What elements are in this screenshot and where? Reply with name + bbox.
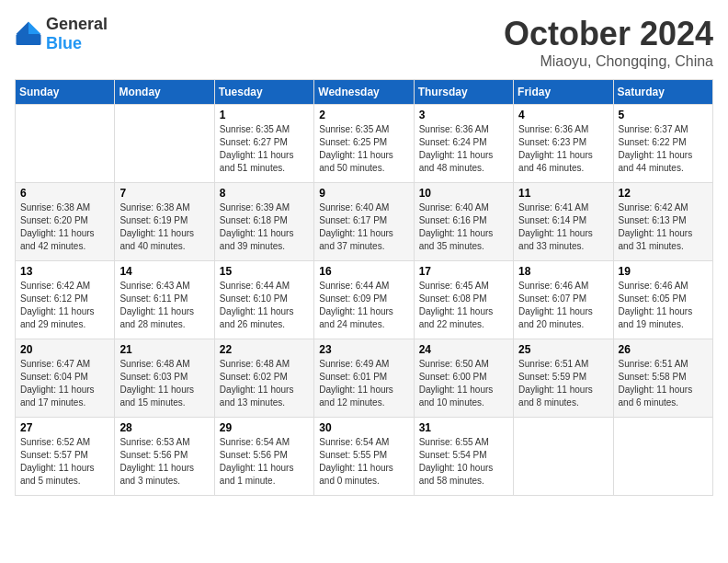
day-number: 3 [419, 109, 508, 121]
day-number: 26 [619, 343, 708, 356]
calendar-cell: 19 Sunrise: 6:46 AMSunset: 6:05 PMDaylig… [613, 261, 712, 339]
logo-text: General Blue [46, 15, 108, 53]
day-number: 27 [20, 421, 109, 434]
day-info: Sunrise: 6:49 AMSunset: 6:01 PMDaylight:… [319, 358, 408, 409]
day-number: 2 [319, 109, 408, 121]
day-info: Sunrise: 6:54 AMSunset: 5:56 PMDaylight:… [220, 436, 309, 488]
day-number: 10 [419, 187, 508, 200]
day-number: 30 [319, 421, 408, 434]
day-number: 18 [518, 265, 608, 278]
calendar-week-row: 1 Sunrise: 6:35 AMSunset: 6:27 PMDayligh… [16, 105, 713, 183]
calendar-day-header: Saturday [613, 80, 712, 105]
calendar-cell [115, 105, 214, 183]
calendar-cell: 16 Sunrise: 6:44 AMSunset: 6:09 PMDaylig… [314, 261, 414, 339]
calendar-cell: 7 Sunrise: 6:38 AMSunset: 6:19 PMDayligh… [115, 183, 214, 261]
calendar-cell: 29 Sunrise: 6:54 AMSunset: 5:56 PMDaylig… [214, 418, 313, 496]
calendar-cell: 24 Sunrise: 6:50 AMSunset: 6:00 PMDaylig… [414, 339, 513, 418]
day-number: 28 [119, 421, 209, 434]
calendar-day-header: Sunday [16, 80, 115, 105]
day-info: Sunrise: 6:48 AMSunset: 6:02 PMDaylight:… [220, 358, 309, 409]
calendar-cell: 14 Sunrise: 6:43 AMSunset: 6:11 PMDaylig… [115, 261, 214, 339]
day-info: Sunrise: 6:38 AMSunset: 6:20 PMDaylight:… [20, 201, 109, 253]
day-number: 31 [419, 421, 508, 434]
calendar-week-row: 20 Sunrise: 6:47 AMSunset: 6:04 PMDaylig… [16, 339, 713, 418]
calendar-cell [613, 418, 712, 496]
day-info: Sunrise: 6:35 AMSunset: 6:27 PMDaylight:… [220, 123, 309, 175]
calendar-cell: 12 Sunrise: 6:42 AMSunset: 6:13 PMDaylig… [613, 183, 712, 261]
title-section: October 2024 Miaoyu, Chongqing, China [504, 15, 713, 70]
logo: General Blue [15, 15, 108, 53]
day-number: 22 [220, 343, 309, 356]
day-info: Sunrise: 6:55 AMSunset: 5:54 PMDaylight:… [419, 436, 508, 488]
calendar-cell: 15 Sunrise: 6:44 AMSunset: 6:10 PMDaylig… [214, 261, 313, 339]
page-header: General Blue October 2024 Miaoyu, Chongq… [15, 15, 713, 70]
day-info: Sunrise: 6:44 AMSunset: 6:09 PMDaylight:… [319, 280, 408, 331]
calendar-cell: 30 Sunrise: 6:54 AMSunset: 5:55 PMDaylig… [314, 418, 414, 496]
calendar-cell: 4 Sunrise: 6:36 AMSunset: 6:23 PMDayligh… [514, 105, 613, 183]
calendar-cell: 26 Sunrise: 6:51 AMSunset: 5:58 PMDaylig… [613, 339, 712, 418]
logo-blue: Blue [46, 34, 82, 52]
day-number: 17 [419, 265, 508, 278]
logo-icon [15, 20, 42, 48]
day-number: 1 [220, 109, 309, 121]
calendar-table: SundayMondayTuesdayWednesdayThursdayFrid… [15, 79, 713, 496]
calendar-cell: 25 Sunrise: 6:51 AMSunset: 5:59 PMDaylig… [514, 339, 613, 418]
calendar-cell: 13 Sunrise: 6:42 AMSunset: 6:12 PMDaylig… [16, 261, 115, 339]
calendar-cell: 6 Sunrise: 6:38 AMSunset: 6:20 PMDayligh… [16, 183, 115, 261]
calendar-week-row: 27 Sunrise: 6:52 AMSunset: 5:57 PMDaylig… [16, 418, 713, 496]
day-number: 25 [518, 343, 608, 356]
day-number: 13 [20, 265, 109, 278]
calendar-cell: 9 Sunrise: 6:40 AMSunset: 6:17 PMDayligh… [314, 183, 414, 261]
day-info: Sunrise: 6:46 AMSunset: 6:05 PMDaylight:… [619, 280, 708, 331]
day-info: Sunrise: 6:36 AMSunset: 6:23 PMDaylight:… [518, 123, 608, 175]
day-number: 20 [20, 343, 109, 356]
day-info: Sunrise: 6:38 AMSunset: 6:19 PMDaylight:… [119, 201, 209, 253]
day-info: Sunrise: 6:52 AMSunset: 5:57 PMDaylight:… [20, 436, 109, 488]
day-info: Sunrise: 6:45 AMSunset: 6:08 PMDaylight:… [419, 280, 508, 331]
calendar-cell: 1 Sunrise: 6:35 AMSunset: 6:27 PMDayligh… [214, 105, 313, 183]
day-info: Sunrise: 6:48 AMSunset: 6:03 PMDaylight:… [119, 358, 209, 409]
calendar-cell: 23 Sunrise: 6:49 AMSunset: 6:01 PMDaylig… [314, 339, 414, 418]
day-number: 12 [619, 187, 708, 200]
calendar-cell: 22 Sunrise: 6:48 AMSunset: 6:02 PMDaylig… [214, 339, 313, 418]
calendar-cell: 27 Sunrise: 6:52 AMSunset: 5:57 PMDaylig… [16, 418, 115, 496]
calendar-cell: 8 Sunrise: 6:39 AMSunset: 6:18 PMDayligh… [214, 183, 313, 261]
day-number: 4 [518, 109, 608, 121]
calendar-week-row: 13 Sunrise: 6:42 AMSunset: 6:12 PMDaylig… [16, 261, 713, 339]
day-number: 11 [518, 187, 608, 200]
calendar-cell: 17 Sunrise: 6:45 AMSunset: 6:08 PMDaylig… [414, 261, 513, 339]
day-info: Sunrise: 6:51 AMSunset: 5:58 PMDaylight:… [619, 358, 708, 409]
day-number: 23 [319, 343, 408, 356]
day-number: 24 [419, 343, 508, 356]
day-number: 7 [119, 187, 209, 200]
day-info: Sunrise: 6:43 AMSunset: 6:11 PMDaylight:… [119, 280, 209, 331]
calendar-week-row: 6 Sunrise: 6:38 AMSunset: 6:20 PMDayligh… [16, 183, 713, 261]
day-number: 15 [220, 265, 309, 278]
calendar-day-header: Tuesday [214, 80, 313, 105]
day-number: 19 [619, 265, 708, 278]
location: Miaoyu, Chongqing, China [504, 53, 713, 70]
calendar-day-header: Wednesday [314, 80, 414, 105]
day-number: 29 [220, 421, 309, 434]
svg-marker-1 [17, 22, 29, 35]
calendar-cell: 11 Sunrise: 6:41 AMSunset: 6:14 PMDaylig… [514, 183, 613, 261]
day-number: 8 [220, 187, 309, 200]
svg-marker-0 [28, 22, 41, 35]
day-info: Sunrise: 6:51 AMSunset: 5:59 PMDaylight:… [518, 358, 608, 409]
day-number: 16 [319, 265, 408, 278]
calendar-day-header: Monday [115, 80, 214, 105]
calendar-cell: 20 Sunrise: 6:47 AMSunset: 6:04 PMDaylig… [16, 339, 115, 418]
day-info: Sunrise: 6:39 AMSunset: 6:18 PMDaylight:… [220, 201, 309, 253]
calendar-cell: 10 Sunrise: 6:40 AMSunset: 6:16 PMDaylig… [414, 183, 513, 261]
svg-rect-2 [17, 34, 41, 45]
day-number: 21 [119, 343, 209, 356]
calendar-cell: 31 Sunrise: 6:55 AMSunset: 5:54 PMDaylig… [414, 418, 513, 496]
day-info: Sunrise: 6:40 AMSunset: 6:16 PMDaylight:… [419, 201, 508, 253]
calendar-cell: 28 Sunrise: 6:53 AMSunset: 5:56 PMDaylig… [115, 418, 214, 496]
logo-general: General [46, 15, 108, 33]
day-number: 5 [619, 109, 708, 121]
day-info: Sunrise: 6:41 AMSunset: 6:14 PMDaylight:… [518, 201, 608, 253]
calendar-header-row: SundayMondayTuesdayWednesdayThursdayFrid… [16, 80, 713, 105]
day-info: Sunrise: 6:35 AMSunset: 6:25 PMDaylight:… [319, 123, 408, 175]
day-info: Sunrise: 6:46 AMSunset: 6:07 PMDaylight:… [518, 280, 608, 331]
